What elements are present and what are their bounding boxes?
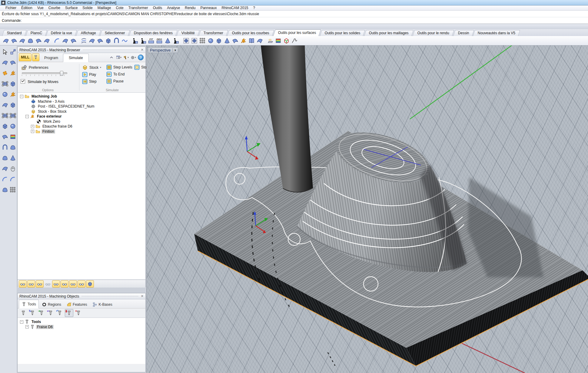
tab-outils-solides[interactable]: Outils pour les solides xyxy=(320,30,365,36)
sparse-points-icon[interactable] xyxy=(239,37,247,45)
extend-surface-icon[interactable] xyxy=(53,37,61,45)
tab-simulate[interactable]: Simulate xyxy=(63,54,89,62)
curvature-analysis-icon[interactable] xyxy=(274,37,282,45)
tab-nouveautes-v5[interactable]: Nouveautés dans la V5 xyxy=(473,30,520,36)
step-button[interactable]: Step xyxy=(82,79,101,84)
window-titlebar[interactable]: Cloche.3dm (1424 KB) - Rhinoceros 5.0 Co… xyxy=(0,0,588,5)
to-end-button[interactable]: To End xyxy=(106,72,132,77)
simulate-world-icon[interactable] xyxy=(52,280,60,288)
menu-rhinocam[interactable]: RhinoCAM 2015 xyxy=(219,6,251,10)
loft-icon[interactable] xyxy=(80,37,88,45)
options-menu-icon[interactable]: ▾ xyxy=(131,55,136,60)
tab-outils-maillages[interactable]: Outils pour les maillages xyxy=(364,30,414,36)
collapse-icon[interactable]: − xyxy=(20,95,23,98)
curvature-rainbow-icon[interactable] xyxy=(9,133,17,141)
deg-srf-icon[interactable]: DEG xyxy=(155,37,163,45)
expand-icon[interactable]: + xyxy=(25,325,29,328)
load-tool-library-icon[interactable]: ➜ xyxy=(38,309,45,317)
delete-hole-icon[interactable] xyxy=(256,37,264,45)
collapse-ribbon-icon[interactable] xyxy=(109,55,114,60)
symmetry-target-icon[interactable] xyxy=(182,37,190,45)
delete-tool-icon[interactable]: ✶ xyxy=(75,309,82,317)
offset-diamond-icon[interactable] xyxy=(9,122,17,130)
rail-revolve-icon[interactable] xyxy=(35,37,42,45)
heightfield-points-icon[interactable] xyxy=(9,186,17,194)
merge-surface-worker-icon[interactable] xyxy=(172,37,180,45)
menu-solide[interactable]: Solide xyxy=(80,6,95,10)
collapse-icon[interactable]: − xyxy=(25,115,29,118)
preferences-button[interactable]: Preferences xyxy=(21,65,48,71)
explode-icon[interactable] xyxy=(1,69,9,77)
close-icon[interactable]: ✕ xyxy=(141,294,144,298)
select-arrow-icon[interactable] xyxy=(1,48,9,56)
simulate-holder-icon[interactable] xyxy=(78,280,85,288)
tab-selectionner[interactable]: Sélectionner xyxy=(100,30,130,36)
tab-affichage[interactable]: Affichage xyxy=(76,30,101,36)
mill-module-button[interactable]: MILL xyxy=(19,53,32,61)
tree-item-post[interactable]: Post - ISEL_ESPACE3DNET_Num xyxy=(18,104,145,109)
spray-points-icon[interactable] xyxy=(9,90,17,98)
fillet-arc-icon[interactable] xyxy=(1,175,9,183)
fit-plane-worker-icon[interactable] xyxy=(131,37,139,45)
menu-edition[interactable]: Édition xyxy=(19,6,35,10)
step-levels-button[interactable]: Step Levels xyxy=(106,65,132,70)
box-edit-icon[interactable] xyxy=(282,37,290,45)
tab-visibilite[interactable]: Visibilité xyxy=(177,30,200,36)
help-icon[interactable]: ? xyxy=(138,55,144,60)
tree-item-work-zero[interactable]: Work Zero xyxy=(18,119,145,124)
machining-objects-header[interactable]: RhinoCAM 2015 - Machining Objects ✕ xyxy=(18,293,145,299)
command-prompt[interactable]: Commande: xyxy=(0,17,588,24)
mill-tool-icon[interactable] xyxy=(32,53,39,61)
edit-tool-icon[interactable]: ↻ xyxy=(28,309,36,317)
tree-item-fraise-d6[interactable]: + Fraise D6 xyxy=(18,325,145,330)
tab-transformer[interactable]: Transformer xyxy=(199,30,228,36)
tab-disposition-des-fenetres[interactable]: Disposition des fenêtres xyxy=(129,30,178,36)
wave-surface-icon[interactable] xyxy=(121,37,128,45)
cylinder-icon[interactable] xyxy=(1,143,9,151)
refit-diamond-icon[interactable] xyxy=(207,37,214,45)
blend-swoosh-icon[interactable] xyxy=(1,165,9,172)
move-uvn-icon[interactable] xyxy=(9,48,17,56)
patch-cylinder-icon[interactable] xyxy=(215,37,223,45)
picture-frame-icon[interactable] xyxy=(9,112,17,119)
curved-surface-icon[interactable] xyxy=(1,101,9,109)
menu-rendu[interactable]: Rendu xyxy=(182,6,198,10)
simulate-model-icon[interactable] xyxy=(27,280,35,288)
tab-tools[interactable]: Tools xyxy=(19,300,39,308)
tree-item-stock[interactable]: Stock - Box Stock xyxy=(18,109,145,114)
machine-menu-icon[interactable]: ▾ xyxy=(116,55,121,60)
orient-mouse-icon[interactable] xyxy=(9,165,17,172)
unroll-target-icon[interactable] xyxy=(190,37,198,45)
menu-courbe[interactable]: Courbe xyxy=(46,6,63,10)
viewport-menu-chevron-icon[interactable]: ▾ xyxy=(174,48,176,52)
close-icon[interactable]: ✕ xyxy=(141,48,144,52)
shrink-surface-worker-icon[interactable] xyxy=(139,37,147,45)
collapse-icon[interactable]: − xyxy=(20,320,23,324)
extrude-curve-icon[interactable] xyxy=(96,37,104,45)
simulate-toolpath-points-icon[interactable] xyxy=(36,280,44,288)
tab-regions[interactable]: Regions xyxy=(39,301,64,308)
viewport-canvas[interactable] xyxy=(147,45,588,373)
fold-surface-icon[interactable] xyxy=(231,37,239,45)
simulate-machine-icon[interactable] xyxy=(61,280,68,288)
menu-outils[interactable]: Outils xyxy=(151,6,165,10)
extrude-ribbon-icon[interactable] xyxy=(104,37,112,45)
dart-triangle-icon[interactable] xyxy=(223,37,231,45)
dome-icon[interactable] xyxy=(1,154,9,162)
tool-listing-icon[interactable]: ▮ xyxy=(65,309,73,317)
match-surface-icon[interactable] xyxy=(164,37,171,45)
extrude-straight-icon[interactable] xyxy=(88,37,96,45)
tab-features[interactable]: Features xyxy=(64,301,89,308)
machining-browser-header[interactable]: RhinoCAM 2015 - Machining Browser ✕ xyxy=(18,47,145,53)
tree-item-finition[interactable]: + Finition xyxy=(18,129,145,134)
record-history-icon[interactable] xyxy=(291,37,298,45)
offset-book-icon[interactable] xyxy=(247,37,255,45)
tree-item-tools-root[interactable]: − Tools xyxy=(18,319,145,325)
blend-arc-12-icon[interactable] xyxy=(9,175,17,183)
simulate-material-icon[interactable] xyxy=(86,280,94,288)
pipe-surface-icon[interactable] xyxy=(112,37,120,45)
menu-fichier[interactable]: Fichier xyxy=(3,6,19,10)
tab-dessin[interactable]: Dessin xyxy=(453,30,474,36)
tree-item-face-exterieur[interactable]: − Face exterieur xyxy=(18,114,145,119)
save-tool-library-icon[interactable]: ↩ xyxy=(47,309,55,317)
